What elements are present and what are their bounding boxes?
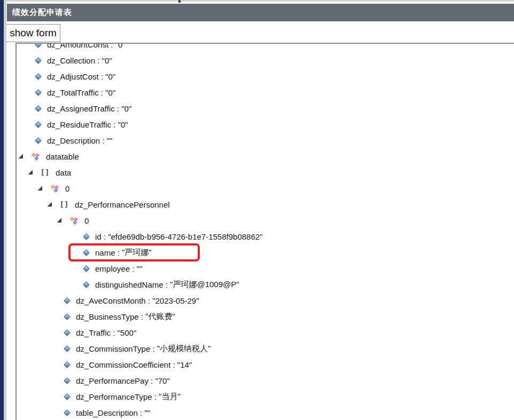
- leaf-icon: [63, 394, 71, 399]
- node-value: "0": [105, 72, 115, 81]
- tree-row-dz_BusinessType[interactable]: dz_BusinessType : "代账费": [17, 308, 514, 324]
- node-key: dz_CommissionType: [76, 344, 150, 353]
- tree-row-dz_ResidueTraffic[interactable]: dz_ResidueTraffic : "0": [17, 116, 514, 132]
- node-key: distinguishedName: [95, 280, 163, 289]
- leaf-icon: [63, 378, 71, 383]
- key-value-separator: :: [170, 360, 177, 369]
- node-key: data: [56, 168, 71, 177]
- json-tree-panel: dz_AmountConst : "0"dz_Collection : "0"d…: [15, 43, 514, 420]
- tree-row-dz_Collection[interactable]: dz_Collection : "0": [17, 52, 514, 68]
- node-value: "严珂娜": [122, 248, 152, 258]
- expander-icon[interactable]: [47, 202, 60, 207]
- tree-row-dz_AdjustCost[interactable]: dz_AdjustCost : "0": [17, 68, 514, 84]
- key-value-separator: :: [99, 72, 106, 81]
- tree-row-dz_PerformancePay[interactable]: dz_PerformancePay : "70": [17, 373, 514, 389]
- tree-row-dz_AmountConst[interactable]: dz_AmountConst : "0": [17, 43, 514, 52]
- object-icon: [69, 217, 78, 225]
- leaf-icon: [63, 298, 71, 303]
- leaf-icon: [34, 58, 42, 63]
- node-key: dz_CommissionCoefficient: [76, 360, 170, 369]
- node-value: "代账费": [145, 312, 175, 322]
- node-value: "0": [105, 88, 115, 97]
- tree-row-0[interactable]: 0: [17, 180, 514, 196]
- tree-row-dz_CommissionCoefficient[interactable]: dz_CommissionCoefficient : "14": [17, 356, 514, 373]
- tree-row-0[interactable]: 0: [17, 212, 514, 228]
- tree-row-dz_Description[interactable]: dz_Description : "": [17, 132, 514, 148]
- expander-icon[interactable]: [18, 154, 31, 159]
- tree-row-dz_AssignedTraffic[interactable]: dz_AssignedTraffic : "0": [17, 100, 514, 116]
- node-key: dz_AveConstMonth: [76, 296, 146, 305]
- key-value-separator: :: [108, 43, 115, 49]
- node-value: "0": [121, 104, 131, 113]
- tree-row-dz_Traffic[interactable]: dz_Traffic : "500": [17, 324, 514, 340]
- object-icon: [31, 153, 40, 161]
- key-value-separator: :: [149, 376, 155, 385]
- array-icon: []: [41, 168, 49, 177]
- key-value-separator: :: [111, 328, 118, 337]
- node-key: dz_AdjustCost: [47, 72, 99, 81]
- node-value: "0": [115, 43, 126, 49]
- node-value: "70": [155, 376, 169, 385]
- show-form-button[interactable]: show form: [6, 24, 60, 42]
- tree-row-distinguishedName[interactable]: distinguishedName : "严珂娜@1009@P": [17, 276, 514, 292]
- tree-row-data[interactable]: []data: [17, 164, 514, 180]
- key-value-separator: :: [138, 408, 145, 417]
- node-key: dz_ResidueTraffic: [47, 120, 111, 129]
- node-value: "14": [177, 360, 192, 369]
- left-edge-gutter: [4, 0, 6, 420]
- node-value: "严珂娜@1009@P": [170, 280, 239, 290]
- expander-icon[interactable]: [37, 186, 50, 191]
- expander-icon[interactable]: [28, 170, 41, 175]
- node-key: dz_AssignedTraffic: [47, 104, 115, 113]
- node-value: "": [107, 136, 113, 145]
- tree-row-datatable[interactable]: datatable: [17, 148, 514, 164]
- tree-row-dz_PerformanceType[interactable]: dz_PerformanceType : "当月": [17, 389, 514, 405]
- node-key: dz_PerformancePersonnel: [75, 200, 170, 209]
- node-key: dz_Description: [47, 136, 100, 145]
- leaf-icon: [82, 266, 90, 271]
- leaf-icon: [34, 106, 42, 111]
- form-title-bar: 绩效分配申请表: [7, 4, 514, 21]
- node-value: "500": [118, 328, 137, 337]
- node-value: "0": [102, 56, 112, 65]
- node-value: "2023-05-29": [152, 296, 199, 305]
- node-key: employee: [95, 264, 130, 273]
- left-edge-accent: [0, 0, 4, 420]
- tree-row-employee[interactable]: employee : "": [17, 260, 514, 276]
- key-value-separator: :: [111, 120, 118, 129]
- leaf-icon: [34, 122, 42, 127]
- key-value-separator: :: [95, 56, 102, 65]
- tree-row-dz_TotalTraffic[interactable]: dz_TotalTraffic : "0": [17, 84, 514, 100]
- leaf-icon: [63, 410, 71, 415]
- key-value-separator: :: [99, 88, 106, 97]
- expander-icon[interactable]: [57, 218, 69, 223]
- leaf-icon: [82, 234, 90, 239]
- node-key: dz_Collection: [47, 56, 95, 65]
- node-key: dz_BusinessType: [76, 312, 139, 321]
- key-value-separator: :: [115, 248, 122, 257]
- json-tree: dz_AmountConst : "0"dz_Collection : "0"d…: [17, 43, 514, 420]
- leaf-icon: [34, 138, 42, 143]
- key-value-separator: :: [150, 344, 157, 353]
- node-value: "0": [118, 120, 128, 129]
- tree-row-dz_PerformancePersonnel[interactable]: []dz_PerformancePersonnel: [17, 196, 514, 212]
- app-window: 绩效分配申请表 show form dz_AmountConst : "0"dz…: [0, 0, 514, 420]
- tree-row-id[interactable]: id : "efde69db-b956-4726-b1e7-1558f9b088…: [17, 228, 514, 244]
- key-value-separator: :: [115, 104, 122, 113]
- key-value-separator: :: [152, 392, 159, 401]
- tree-row-dz_CommissionType[interactable]: dz_CommissionType : "小规模纳税人": [17, 340, 514, 356]
- leaf-icon: [63, 330, 71, 335]
- leaf-icon: [63, 362, 71, 367]
- top-tick-mark: [178, 0, 181, 3]
- tree-row-dz_AveConstMonth[interactable]: dz_AveConstMonth : "2023-05-29": [17, 292, 514, 308]
- node-key: datatable: [46, 152, 79, 161]
- tree-row-table_Description[interactable]: table_Description : "": [17, 405, 514, 420]
- object-icon: [50, 185, 59, 193]
- node-key: 0: [65, 184, 69, 193]
- leaf-icon: [82, 282, 90, 287]
- node-key: dz_AmountConst: [47, 43, 108, 49]
- key-value-separator: :: [100, 136, 107, 145]
- node-key: name: [95, 248, 115, 257]
- array-icon: []: [60, 200, 68, 209]
- tree-row-name[interactable]: name : "严珂娜": [17, 244, 514, 260]
